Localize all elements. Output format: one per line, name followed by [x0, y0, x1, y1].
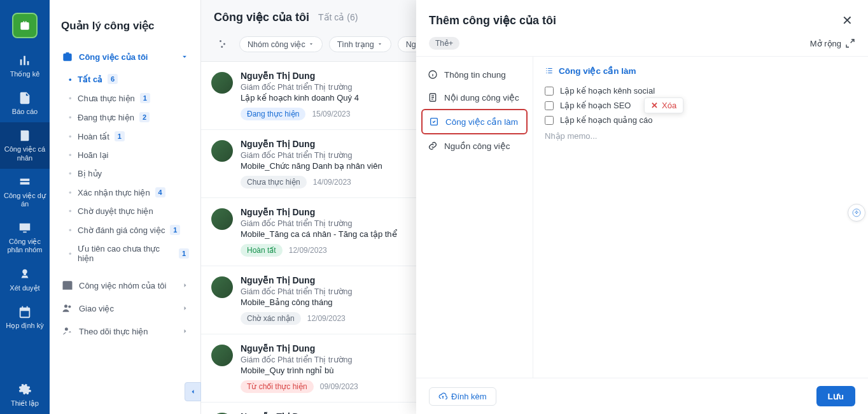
rail-label: Công việc cá nhân: [4, 145, 45, 161]
left-rail: Thống kê Báo cáo Công việc cá nhân Công …: [0, 0, 50, 414]
task-date: 14/09/2023: [313, 178, 351, 187]
sidebar-group-team-tasks[interactable]: Công việc nhóm của tôi: [55, 274, 195, 297]
rail-item-settings[interactable]: Thiết lập: [0, 376, 50, 414]
rail-label: Thiết lập: [11, 399, 39, 407]
badge: 1: [115, 131, 125, 141]
sidebar-filter-awaiting-review[interactable]: Chờ đánh giá công việc1: [66, 220, 195, 239]
tag-add-button[interactable]: Thẻ+: [429, 37, 459, 50]
status-badge: Từ chối thực hiện: [241, 380, 314, 393]
cloud-upload-icon: [438, 392, 447, 401]
task-date: 12/09/2023: [307, 314, 346, 323]
stack-icon: [18, 175, 32, 189]
sidebar-group-assign[interactable]: Giao việc: [55, 297, 195, 320]
sliders-icon: [218, 38, 229, 50]
task-date: 15/09/2023: [312, 110, 350, 118]
avatar: [211, 140, 233, 162]
todo-item[interactable]: Lập kế hoạch quảng cáo: [545, 113, 857, 127]
side-panel: Thêm công việc của tôi ✕ Thẻ+ Mở rộng Th…: [416, 0, 868, 414]
svg-point-5: [221, 46, 223, 48]
sparkle-icon: [851, 208, 862, 218]
todo-item[interactable]: Lập kế hoạch kênh social: [545, 83, 857, 98]
todo-item[interactable]: Lập kế hoạch SEO: [545, 98, 857, 113]
sidebar-group-label: Theo dõi thực hiện: [79, 327, 148, 336]
page-subtitle: Tất cả (6): [318, 12, 358, 22]
gear-icon: [18, 383, 32, 397]
document-icon: [18, 91, 32, 105]
tab-general[interactable]: Thông tin chung: [421, 63, 528, 86]
status-badge: Hoàn tất: [241, 244, 283, 257]
avatar: [211, 276, 233, 298]
todo-label: Lập kế hoạch quảng cáo: [560, 115, 652, 125]
briefcase-icon: [61, 50, 74, 63]
sidebar-filter-postponed[interactable]: Hoãn lại: [66, 146, 195, 164]
panel-expand-button[interactable]: Mở rộng: [810, 38, 855, 48]
toolbar-settings-button[interactable]: [214, 34, 233, 54]
sidebar-group-label: Công việc nhóm của tôi: [79, 281, 166, 290]
chevron-down-icon: [180, 52, 189, 61]
sidebar-title: Quản lý công việc: [50, 9, 200, 45]
user-arrow-icon: [61, 325, 74, 338]
chevron-left-icon: [189, 388, 197, 396]
sidebar-filter-cancelled[interactable]: Bị hủy: [66, 164, 195, 183]
save-button[interactable]: Lưu: [816, 386, 856, 406]
avatar: [211, 208, 233, 230]
sidebar-group-label: Giao việc: [79, 304, 114, 313]
rail-item-reports[interactable]: Báo cáo: [0, 85, 50, 122]
rail-item-meetings[interactable]: Họp định kỳ: [0, 299, 50, 336]
memo-input[interactable]: Nhập memo...: [545, 131, 857, 141]
status-badge: Đang thực hiện: [241, 108, 305, 120]
todo-checkbox[interactable]: [545, 116, 554, 125]
rail-label: Họp định kỳ: [6, 322, 44, 329]
sidebar: Quản lý công việc Công việc của tôi Tất …: [50, 0, 201, 414]
svg-point-1: [68, 305, 71, 308]
svg-point-4: [223, 43, 225, 45]
badge: 1: [179, 248, 189, 259]
rail-item-project-tasks[interactable]: Công việc dự án: [0, 169, 50, 215]
svg-point-3: [220, 40, 221, 42]
sidebar-filter-done[interactable]: Hoàn tất1: [66, 127, 195, 146]
sidebar-group-my-tasks[interactable]: Công việc của tôi: [55, 45, 195, 68]
file-text-icon: [428, 92, 438, 103]
rail-item-stats[interactable]: Thống kê: [0, 47, 50, 85]
info-icon: [428, 69, 438, 80]
todo-checkbox[interactable]: [545, 87, 554, 96]
badge: 6: [108, 74, 118, 84]
filter-group-pill[interactable]: Nhóm công việc: [239, 36, 323, 52]
help-bubble[interactable]: [848, 204, 865, 222]
sidebar-collapse-toggle[interactable]: [185, 382, 201, 401]
task-date: 09/09/2023: [320, 382, 358, 391]
attach-button[interactable]: Đính kèm: [429, 387, 496, 406]
sidebar-filter-awaiting-approval[interactable]: Chờ duyệt thực hiện: [66, 202, 195, 220]
chevron-right-icon: [181, 282, 189, 289]
panel-content: Công việc cần làm Lập kế hoạch kênh soci…: [533, 57, 868, 378]
tab-content[interactable]: Nội dung công việc: [421, 86, 528, 109]
sidebar-filter-confirm[interactable]: Xác nhận thực hiện4: [66, 183, 195, 202]
tab-source[interactable]: Nguồn công việc: [421, 134, 528, 157]
calendar-icon: [18, 305, 32, 319]
rail-item-group-tasks[interactable]: Công việc phân nhóm: [0, 215, 50, 261]
status-badge: Chưa thực hiện: [241, 176, 307, 189]
todo-checkbox[interactable]: [545, 101, 554, 110]
svg-point-2: [65, 327, 68, 331]
app-logo: [12, 13, 38, 38]
close-icon: ✕: [651, 101, 658, 110]
status-badge: Chờ xác nhận: [241, 312, 301, 325]
rail-item-approve[interactable]: Xét duyệt: [0, 261, 50, 299]
rail-label: Công việc dự án: [4, 192, 46, 208]
panel-close-button[interactable]: ✕: [839, 10, 855, 31]
sidebar-filter-notstarted[interactable]: Chưa thực hiện1: [66, 89, 195, 108]
sidebar-filter-inprogress[interactable]: Đang thực hiện2: [66, 108, 195, 127]
rail-item-personal-tasks[interactable]: Công việc cá nhân: [0, 122, 50, 168]
sidebar-filter-highprio-notstarted[interactable]: Ưu tiên cao chưa thực hiện1: [66, 239, 195, 268]
rail-label: Báo cáo: [12, 108, 38, 115]
tab-todo[interactable]: Công việc cần làm: [421, 109, 528, 134]
chevron-down-icon: [377, 41, 383, 47]
filter-status-pill[interactable]: Tình trạng: [329, 36, 391, 52]
todo-delete-popover[interactable]: ✕ Xóa: [644, 97, 683, 113]
bar-chart-icon: [18, 54, 32, 68]
link-icon: [428, 141, 438, 151]
sidebar-group-follow[interactable]: Theo dõi thực hiện: [55, 320, 195, 343]
sidebar-filter-all[interactable]: Tất cả6: [66, 69, 195, 89]
section-title: Công việc cần làm: [545, 66, 857, 76]
rail-label: Công việc phân nhóm: [7, 238, 42, 253]
